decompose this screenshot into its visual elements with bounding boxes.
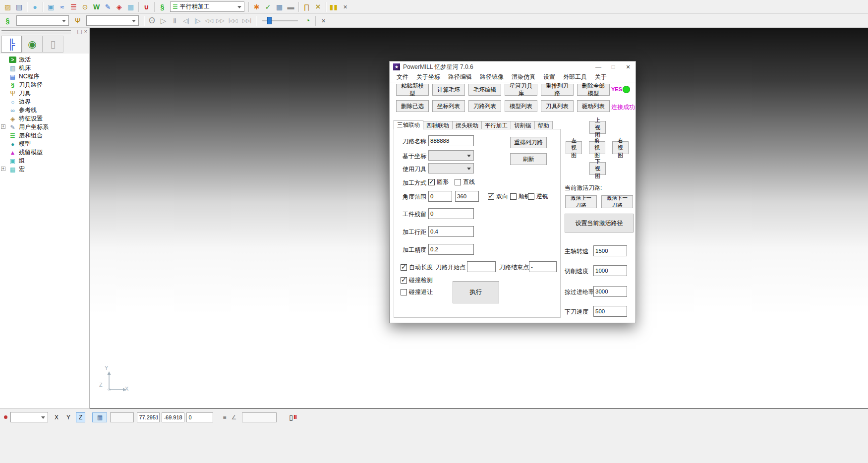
- paste-model-button[interactable]: 粘贴新模型: [396, 84, 429, 96]
- climb-mill-checkbox[interactable]: 顺铣: [510, 192, 530, 201]
- menu-about[interactable]: 关于: [591, 72, 611, 82]
- cutting-feed-input[interactable]: [593, 265, 627, 276]
- coord-z-field[interactable]: [186, 412, 213, 422]
- tree-item-models[interactable]: ●模型: [0, 140, 89, 148]
- tab-globe[interactable]: ◉: [22, 36, 43, 53]
- mode-circle-checkbox[interactable]: 圆形: [428, 178, 449, 186]
- menu-path-edit[interactable]: 路径编辑: [444, 72, 476, 82]
- conventional-mill-checkbox[interactable]: 逆铣: [528, 192, 548, 201]
- y-axis-button[interactable]: Y: [64, 412, 73, 422]
- rewind-icon[interactable]: ◁◁: [203, 15, 215, 26]
- machining-strategy-combo[interactable]: ☰ 平行精加工: [170, 1, 244, 12]
- activate-next-button[interactable]: 激活下一刀路: [601, 195, 633, 208]
- spindle-speed-input[interactable]: [593, 245, 627, 256]
- panel-grip[interactable]: [1, 30, 71, 34]
- tree-item-stock-models[interactable]: ▲残留模型: [0, 148, 89, 157]
- stock-remain-input[interactable]: [428, 208, 474, 219]
- menu-render-sim[interactable]: 渲染仿真: [508, 72, 539, 82]
- toolbar-close-icon[interactable]: ×: [340, 1, 351, 12]
- menu-path-mirror[interactable]: 路径镜像: [476, 72, 508, 82]
- collision-check-icon[interactable]: ✱: [251, 1, 262, 12]
- grid-toggle-button[interactable]: ▦: [92, 412, 107, 422]
- view-bottom-button[interactable]: 下视图: [589, 162, 606, 175]
- angle-measure-icon[interactable]: ∠: [229, 412, 239, 422]
- calculator-icon[interactable]: ▦: [274, 1, 285, 12]
- expander-plus-icon[interactable]: +: [1, 167, 5, 171]
- step-back-icon[interactable]: ◁|: [180, 15, 192, 26]
- float-panel-icon[interactable]: ▢: [77, 28, 82, 35]
- coord-x-field[interactable]: [137, 412, 160, 422]
- dialog-titlebar[interactable]: ★ PowerMILL 忆梦星河 7.0.6 — □ ×: [390, 61, 636, 72]
- ball-tool-icon[interactable]: ⊙: [79, 1, 91, 12]
- tab-explorer-tree[interactable]: ╠: [1, 36, 22, 53]
- delete-all-models-button[interactable]: 删除全部模型: [577, 84, 610, 96]
- cylinders-icon[interactable]: ▮▮: [328, 1, 340, 12]
- tree-item-levels-sets[interactable]: ☰层和组合: [0, 131, 89, 140]
- tab-saw[interactable]: 切割锯: [511, 121, 535, 129]
- bidirectional-checkbox[interactable]: 双向: [488, 192, 508, 201]
- sim-speed-slider[interactable]: [262, 20, 298, 21]
- transform-icon[interactable]: ×: [312, 1, 324, 12]
- start-point-icon[interactable]: ◈: [114, 1, 125, 12]
- skim-feed-input[interactable]: [593, 286, 627, 297]
- view-front-button[interactable]: 前视图: [589, 141, 605, 154]
- pause-icon[interactable]: Ⅱ: [169, 15, 180, 26]
- sim-tool-combo[interactable]: [86, 15, 139, 26]
- toolpath-arrow-icon[interactable]: ≈: [57, 1, 68, 12]
- minimize-button[interactable]: —: [591, 61, 606, 72]
- end-point-input[interactable]: [529, 261, 557, 272]
- tree-item-patterns[interactable]: ∞参考线: [0, 106, 89, 115]
- close-button[interactable]: ×: [621, 61, 636, 72]
- mode-line-checkbox[interactable]: 直线: [455, 178, 475, 186]
- tree-item-tools[interactable]: Ψ刀具: [0, 89, 89, 98]
- toolpath-list-button[interactable]: 刀路列表: [468, 100, 501, 112]
- fast-forward-icon[interactable]: ▷▷: [215, 15, 226, 26]
- tool-list-button[interactable]: 刀具列表: [541, 100, 574, 112]
- view-top-button[interactable]: 上视图: [589, 121, 606, 134]
- empty-field[interactable]: [110, 412, 134, 422]
- coord-list-button[interactable]: 坐标列表: [432, 100, 465, 112]
- save-icon[interactable]: ▤: [13, 1, 25, 12]
- skip-end-icon[interactable]: ▷▷|: [240, 15, 254, 26]
- ruler-icon[interactable]: ▬: [285, 1, 296, 12]
- activate-prev-button[interactable]: 激活上一刀路: [565, 195, 597, 208]
- edit-toolpath-icon[interactable]: ✎: [102, 1, 114, 12]
- slider-handle[interactable]: [267, 17, 272, 24]
- tree-item-feature-sets[interactable]: ◈特征设置: [0, 115, 89, 123]
- use-tool-combo[interactable]: [428, 163, 474, 174]
- tool-u-icon[interactable]: ∪: [141, 1, 152, 12]
- sim-toolpath-combo[interactable]: [16, 15, 69, 26]
- refresh-button[interactable]: 刷新: [510, 153, 547, 165]
- sim-tool-icon[interactable]: Ψ: [72, 15, 83, 26]
- collision-check-checkbox[interactable]: 碰撞检测: [401, 276, 433, 285]
- tree-item-boundaries[interactable]: ○边界: [0, 98, 89, 106]
- list-options-icon[interactable]: ≡: [220, 412, 229, 422]
- skip-start-icon[interactable]: |◁◁: [226, 15, 240, 26]
- x-axis-button[interactable]: X: [52, 412, 61, 422]
- block-icon[interactable]: ▣: [45, 1, 57, 12]
- drive-list-button[interactable]: 驱动列表: [577, 100, 610, 112]
- bulb-icon[interactable]: ʘ: [146, 15, 158, 26]
- toolpath-spring-icon[interactable]: §: [2, 15, 13, 26]
- tab-tilt-head[interactable]: 摆头联动: [452, 121, 482, 129]
- delete-selected-button[interactable]: 删除已选: [396, 100, 429, 112]
- model-list-button[interactable]: 模型列表: [505, 100, 537, 112]
- rearrange-button[interactable]: 重排列刀路: [510, 137, 547, 148]
- tree-item-groups[interactable]: ▣组: [0, 157, 89, 165]
- play-icon[interactable]: ▷: [158, 15, 169, 26]
- view-left-button[interactable]: 左视图: [566, 141, 582, 154]
- rapid-heights-icon[interactable]: ☰: [68, 1, 79, 12]
- empty-field[interactable]: [242, 412, 277, 422]
- tool-pair-icon[interactable]: ∏: [301, 1, 312, 12]
- calc-block-button[interactable]: 计算毛坯: [432, 84, 465, 96]
- menu-settings[interactable]: 设置: [539, 72, 559, 82]
- collision-avoid-checkbox[interactable]: 碰撞避让: [401, 288, 433, 296]
- tree-item-toolpaths[interactable]: §刀具路径: [0, 81, 89, 89]
- tab-4axis[interactable]: 四轴联动: [423, 121, 453, 129]
- workplane-combo[interactable]: [10, 412, 48, 422]
- tab-trash[interactable]: ▯: [43, 36, 63, 53]
- plunge-feed-input[interactable]: [593, 306, 627, 317]
- tab-parallel[interactable]: 平行加工: [481, 121, 511, 129]
- tree-item-nc-programs[interactable]: ▤NC程序: [0, 72, 89, 81]
- menu-coords[interactable]: 关于坐标: [412, 72, 444, 82]
